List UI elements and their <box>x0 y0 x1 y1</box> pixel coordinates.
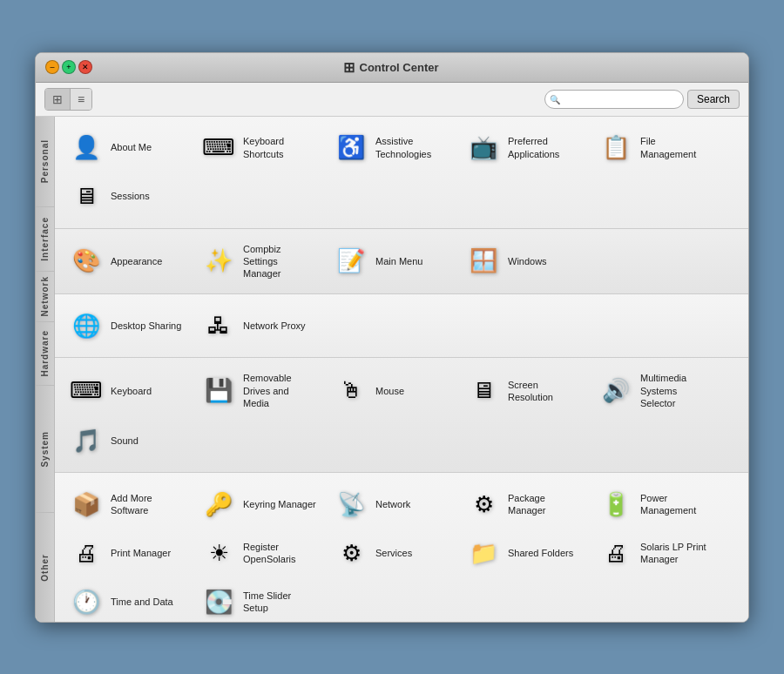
desktop-sharing-icon: 🌐 <box>69 308 104 343</box>
search-wrap <box>544 90 684 109</box>
compbiz-icon: ✨ <box>201 244 236 279</box>
time-slider-label: Time Slider Setup <box>243 590 316 615</box>
register-opensolaris-icon: ☀ <box>201 536 236 570</box>
print-manager-label: Print Manager <box>111 547 171 559</box>
shared-folders-icon: 📁 <box>466 536 501 570</box>
services-icon: ⚙ <box>334 536 368 570</box>
item-keyring-manager[interactable]: 🔑 Keyring Manager <box>194 482 323 527</box>
item-sound[interactable]: 🎵 Sound <box>62 418 191 463</box>
item-network-proxy[interactable]: 🖧 Network Proxy <box>194 303 323 348</box>
keyboard-shortcuts-icon: ⌨ <box>201 131 236 165</box>
minimize-button[interactable]: – <box>45 60 59 74</box>
add-more-software-icon: 📦 <box>69 487 104 522</box>
item-about-me[interactable]: 👤 About Me <box>62 125 191 171</box>
removable-drives-label: Removable Drives and Media <box>243 372 316 409</box>
compbiz-label: Compbiz Settings Manager <box>243 243 316 280</box>
multimedia-systems-label: Multimedia Systems Selector <box>640 372 713 409</box>
main-area: 👤 About Me ⌨ Keyboard Shortcuts ♿ Assist… <box>55 117 748 622</box>
sidebar-personal: Personal <box>36 117 54 208</box>
preferred-applications-icon: 📺 <box>466 131 501 165</box>
add-more-software-label: Add More Software <box>111 492 184 517</box>
view-toggle: ⊞ ≡ <box>44 88 92 111</box>
print-manager-icon: 🖨 <box>69 536 104 570</box>
item-file-management[interactable]: 📋 File Management <box>591 125 720 171</box>
section-hardware: ⌨ Keyboard 💾 Removable Drives and Media … <box>55 358 748 473</box>
titlebar-center: ⊞ Control Center <box>343 59 439 76</box>
list-view-button[interactable]: ≡ <box>71 89 91 110</box>
mouse-label: Mouse <box>375 385 404 397</box>
item-time-and-data[interactable]: 🕐 Time and Data <box>62 579 191 621</box>
item-keyboard-shortcuts[interactable]: ⌨ Keyboard Shortcuts <box>194 125 323 171</box>
sidebar-interface: Interface <box>36 207 54 272</box>
network-proxy-label: Network Proxy <box>243 320 306 332</box>
item-preferred-applications[interactable]: 📺 Preferred Applications <box>459 125 588 171</box>
titlebar: – + ✕ ⊞ Control Center <box>36 53 748 83</box>
sidebar: Personal Interface Network Hardware Syst… <box>36 117 55 622</box>
sound-icon: 🎵 <box>69 423 104 458</box>
section-system: 📦 Add More Software 🔑 Keyring Manager 📡 … <box>55 473 748 621</box>
preferred-applications-label: Preferred Applications <box>508 135 581 160</box>
keyboard-icon: ⌨ <box>69 374 104 408</box>
file-management-icon: 📋 <box>598 131 633 165</box>
section-personal: 👤 About Me ⌨ Keyboard Shortcuts ♿ Assist… <box>55 117 748 229</box>
multimedia-systems-icon: 🔊 <box>598 374 633 408</box>
item-sessions[interactable]: 🖥 Sessions <box>62 174 191 219</box>
sidebar-system: System <box>36 386 54 513</box>
section-network: 🌐 Desktop Sharing 🖧 Network Proxy <box>55 294 748 358</box>
sessions-icon: 🖥 <box>69 179 104 214</box>
item-assistive-technologies[interactable]: ♿ Assistive Technologies <box>327 125 456 171</box>
main-menu-label: Main Menu <box>375 255 422 267</box>
register-opensolaris-label: Register OpenSolaris <box>243 541 316 566</box>
item-solaris-print[interactable]: 🖨 Solaris LP Print Manager <box>591 530 720 576</box>
item-main-menu[interactable]: 📝 Main Menu <box>327 238 456 286</box>
removable-drives-icon: 💾 <box>201 374 236 408</box>
sidebar-label-system: System <box>40 426 50 473</box>
toolbar: ⊞ ≡ Search <box>36 83 748 117</box>
maximize-button[interactable]: + <box>62 60 76 74</box>
close-button[interactable]: ✕ <box>78 60 92 74</box>
item-mouse[interactable]: 🖱 Mouse <box>327 367 456 415</box>
windows-icon: 🪟 <box>466 244 501 279</box>
sidebar-label-other: Other <box>40 549 50 587</box>
item-compbiz[interactable]: ✨ Compbiz Settings Manager <box>194 238 323 286</box>
item-multimedia-systems[interactable]: 🔊 Multimedia Systems Selector <box>591 367 720 415</box>
search-area: Search <box>544 90 740 109</box>
item-keyboard[interactable]: ⌨ Keyboard <box>62 367 191 415</box>
solaris-print-icon: 🖨 <box>598 536 633 570</box>
appearance-icon: 🎨 <box>69 244 104 279</box>
sidebar-label-interface: Interface <box>40 212 50 266</box>
item-screen-resolution[interactable]: 🖥 Screen Resolution <box>459 367 588 415</box>
desktop-sharing-label: Desktop Sharing <box>111 320 181 332</box>
item-removable-drives[interactable]: 💾 Removable Drives and Media <box>194 367 323 415</box>
item-appearance[interactable]: 🎨 Appearance <box>62 238 191 286</box>
assistive-technologies-icon: ♿ <box>334 131 368 165</box>
section-interface: 🎨 Appearance ✨ Compbiz Settings Manager … <box>55 229 748 295</box>
item-desktop-sharing[interactable]: 🌐 Desktop Sharing <box>62 303 191 348</box>
sound-label: Sound <box>111 435 139 447</box>
grid-view-button[interactable]: ⊞ <box>45 89 71 110</box>
search-input[interactable] <box>544 90 684 109</box>
search-button[interactable]: Search <box>687 90 740 109</box>
item-windows[interactable]: 🪟 Windows <box>459 238 588 286</box>
content-area: Personal Interface Network Hardware Syst… <box>36 117 748 622</box>
item-services[interactable]: ⚙ Services <box>327 530 456 576</box>
item-network-sys[interactable]: 📡 Network <box>327 482 456 527</box>
item-add-more-software[interactable]: 📦 Add More Software <box>62 482 191 527</box>
screen-resolution-label: Screen Resolution <box>508 379 581 404</box>
item-register-opensolaris[interactable]: ☀ Register OpenSolaris <box>194 530 323 576</box>
time-slider-icon: 💽 <box>201 584 236 619</box>
window-title: Control Center <box>360 61 439 74</box>
titlebar-left: – + ✕ <box>43 60 92 74</box>
about-me-icon: 👤 <box>69 131 104 165</box>
item-package-manager[interactable]: ⚙ Package Manager <box>459 482 588 527</box>
item-print-manager[interactable]: 🖨 Print Manager <box>62 530 191 576</box>
item-time-slider[interactable]: 💽 Time Slider Setup <box>194 579 323 621</box>
power-management-icon: 🔋 <box>598 487 633 522</box>
file-management-label: File Management <box>640 135 713 160</box>
network-sys-icon: 📡 <box>334 487 368 522</box>
app-icon: ⊞ <box>343 59 355 76</box>
item-power-management[interactable]: 🔋 Power Management <box>591 482 720 527</box>
item-shared-folders[interactable]: 📁 Shared Folders <box>459 530 588 576</box>
time-and-data-icon: 🕐 <box>69 584 104 619</box>
sessions-label: Sessions <box>111 190 150 202</box>
